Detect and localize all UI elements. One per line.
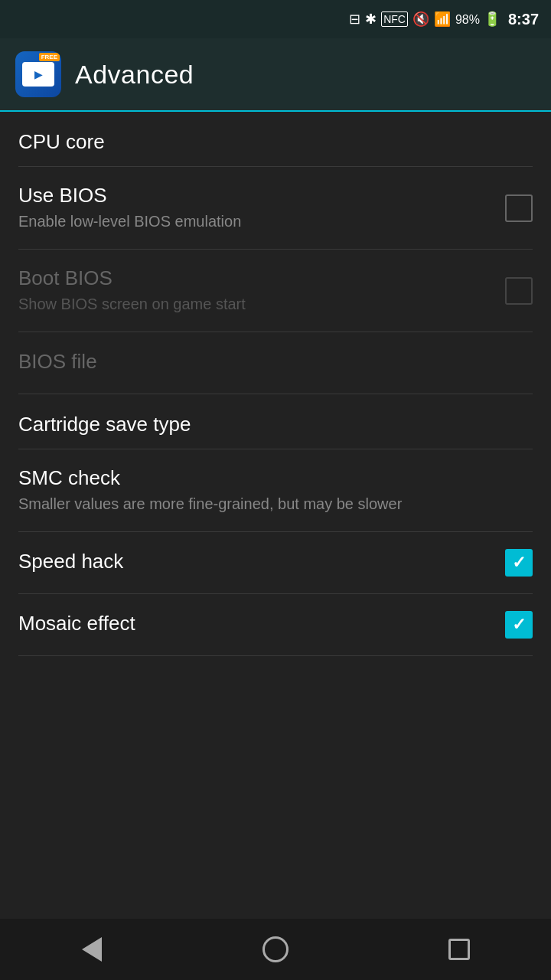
setting-item-bios-file[interactable]: BIOS file [0,332,551,394]
nfc-icon: NFC [381,11,408,27]
divider-8 [18,655,533,656]
setting-item-use-bios[interactable]: Use BIOS Enable low-level BIOS emulation [0,167,551,249]
home-button[interactable] [253,926,298,972]
setting-content-mosaic-effect: Mosaic effect [18,612,505,639]
setting-title-smc-check: SMC check [18,466,517,490]
checkbox-use-bios[interactable] [505,194,533,222]
setting-subtitle-use-bios: Enable low-level BIOS emulation [18,211,490,232]
battery-icon: 98% 🔋 [455,11,500,28]
section-header-cpu-core: CPU core [0,112,551,166]
setting-title-boot-bios: Boot BIOS [18,266,490,290]
setting-content-boot-bios: Boot BIOS Show BIOS screen on game start [18,266,505,315]
app-bar: FREE Advanced [0,38,551,112]
setting-title-bios-file: BIOS file [18,350,517,374]
recents-icon [448,939,470,960]
back-icon [82,937,102,962]
app-icon-badge: FREE [39,53,60,61]
section-header-cartridge: Cartridge save type [0,394,551,449]
setting-subtitle-boot-bios: Show BIOS screen on game start [18,293,490,315]
app-icon-inner [22,62,54,87]
page-title: Advanced [75,60,194,90]
status-icons: ⊟ ✱ NFC 🔇 📶 98% 🔋 8:37 [349,11,539,28]
bluetooth-icon: ✱ [365,11,377,28]
setting-item-smc-check[interactable]: SMC check Smaller values are more fine-g… [0,449,551,531]
mute-icon: 🔇 [412,11,429,28]
app-icon: FREE [15,51,61,97]
setting-title-use-bios: Use BIOS [18,184,490,207]
checkbox-speed-hack[interactable] [505,549,533,577]
setting-content-speed-hack: Speed hack [18,550,505,577]
setting-item-boot-bios[interactable]: Boot BIOS Show BIOS screen on game start [0,250,551,332]
back-button[interactable] [69,926,115,972]
setting-item-speed-hack[interactable]: Speed hack [0,532,551,593]
setting-subtitle-smc-check: Smaller values are more fine-grained, bu… [18,493,517,514]
photo-widget-icon: ⊟ [349,11,360,28]
wifi-icon: 📶 [434,11,451,28]
setting-item-mosaic-effect[interactable]: Mosaic effect [0,594,551,655]
setting-title-mosaic-effect: Mosaic effect [18,612,490,635]
recents-button[interactable] [436,926,482,972]
status-bar: ⊟ ✱ NFC 🔇 📶 98% 🔋 8:37 [0,0,551,38]
status-time: 8:37 [508,11,539,28]
home-icon [262,936,289,962]
settings-content: CPU core Use BIOS Enable low-level BIOS … [0,112,551,919]
setting-content-use-bios: Use BIOS Enable low-level BIOS emulation [18,184,505,232]
checkbox-mosaic-effect[interactable] [505,611,533,639]
bottom-nav [0,919,551,980]
checkbox-boot-bios[interactable] [505,277,533,305]
battery-percentage: 98% [455,13,480,26]
setting-content-smc-check: SMC check Smaller values are more fine-g… [18,466,533,514]
setting-title-speed-hack: Speed hack [18,550,490,573]
setting-content-bios-file: BIOS file [18,350,533,377]
